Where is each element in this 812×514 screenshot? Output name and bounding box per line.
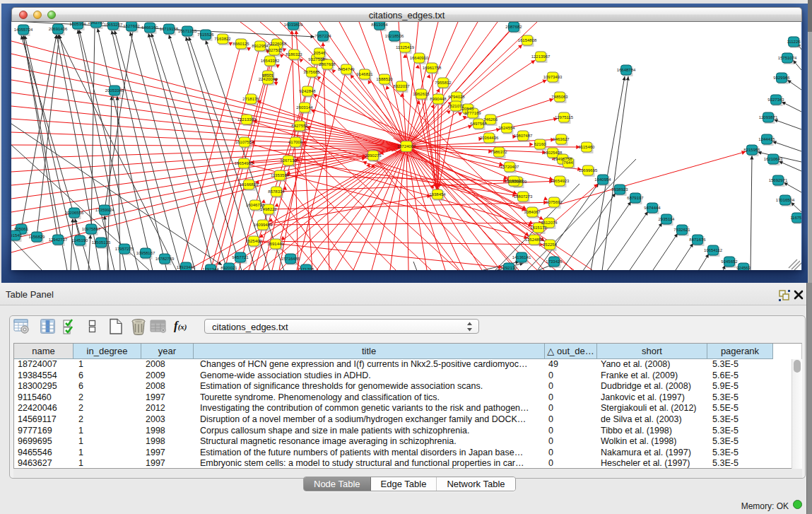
svg-text:391543: 391543 <box>11 233 23 238</box>
svg-text:22420046: 22420046 <box>259 77 278 81</box>
svg-text:1612074: 1612074 <box>541 221 558 225</box>
svg-text:11325419: 11325419 <box>396 45 415 49</box>
svg-text:8427552: 8427552 <box>291 124 308 128</box>
svg-text:8471676: 8471676 <box>689 238 706 242</box>
svg-text:10025438: 10025438 <box>543 151 563 155</box>
svg-text:7957224: 7957224 <box>314 34 331 38</box>
svg-text:16046728: 16046728 <box>246 203 265 207</box>
svg-text:1640954: 1640954 <box>594 177 611 182</box>
svg-text:2935114: 2935114 <box>659 217 676 221</box>
svg-text:8215955: 8215955 <box>743 148 760 152</box>
svg-text:19654985: 19654985 <box>235 161 254 165</box>
svg-text:12093871: 12093871 <box>759 115 778 119</box>
svg-text:2867608: 2867608 <box>319 62 336 66</box>
svg-text:16033809: 16033809 <box>284 23 303 27</box>
svg-text:20206556: 20206556 <box>65 211 84 215</box>
svg-text:8920021: 8920021 <box>220 266 237 270</box>
svg-text:1362615: 1362615 <box>413 92 430 96</box>
svg-text:7515526: 7515526 <box>197 33 214 37</box>
svg-text:5938923: 5938923 <box>611 187 628 192</box>
svg-text:7632621: 7632621 <box>673 228 690 232</box>
svg-text:1156829: 1156829 <box>29 235 46 239</box>
svg-text:1615172: 1615172 <box>530 226 547 230</box>
svg-text:1733426: 1733426 <box>546 259 563 264</box>
svg-text:20053346: 20053346 <box>105 88 124 93</box>
svg-text:3267130: 3267130 <box>280 158 297 163</box>
svg-text:2603144: 2603144 <box>296 105 313 110</box>
svg-text:7485063: 7485063 <box>551 95 568 99</box>
svg-text:19218506: 19218506 <box>385 34 404 38</box>
svg-text:1938454: 1938454 <box>429 192 446 197</box>
svg-text:10653257: 10653257 <box>104 23 123 27</box>
svg-text:10958167: 10958167 <box>136 251 155 255</box>
svg-text:15716485: 15716485 <box>281 257 300 261</box>
svg-text:10688639: 10688639 <box>505 179 524 183</box>
svg-text:16543382: 16543382 <box>261 59 280 63</box>
svg-text:15720407: 15720407 <box>500 165 519 169</box>
svg-text:8660125: 8660125 <box>233 42 249 46</box>
svg-text:1498222: 1498222 <box>260 207 277 211</box>
svg-text:8578334: 8578334 <box>268 189 285 194</box>
svg-text:746266: 746266 <box>483 117 498 122</box>
svg-text:7955812: 7955812 <box>435 81 452 85</box>
svg-text:1605394: 1605394 <box>69 22 86 26</box>
svg-text:12923446: 12923446 <box>177 265 196 269</box>
svg-text:9242848: 9242848 <box>299 89 316 93</box>
svg-text:1588520: 1588520 <box>376 77 393 81</box>
svg-text:20691406: 20691406 <box>49 27 68 31</box>
svg-text:10807487: 10807487 <box>514 134 533 138</box>
svg-text:16640910: 16640910 <box>410 56 429 60</box>
svg-text:6497568: 6497568 <box>470 122 487 126</box>
svg-text:6466160: 6466160 <box>141 25 158 30</box>
svg-text:18724007: 18724007 <box>397 144 416 148</box>
svg-text:20546: 20546 <box>314 51 326 55</box>
svg-text:2087682: 2087682 <box>505 25 522 29</box>
svg-text:2718176: 2718176 <box>242 97 259 101</box>
svg-text:10973493: 10973493 <box>543 75 563 79</box>
svg-text:12975115: 12975115 <box>555 115 574 119</box>
svg-text:7986372: 7986372 <box>490 150 507 154</box>
svg-text:18807273: 18807273 <box>514 194 533 199</box>
svg-text:19654923: 19654923 <box>551 179 570 183</box>
svg-text:10699695: 10699695 <box>579 168 598 173</box>
svg-text:1292130: 1292130 <box>500 266 517 270</box>
svg-text:13524851: 13524851 <box>525 238 544 242</box>
svg-text:15692971: 15692971 <box>769 178 788 182</box>
svg-text:10719155: 10719155 <box>160 27 179 31</box>
svg-text:3624554: 3624554 <box>498 126 515 130</box>
svg-text:16782759: 16782759 <box>155 257 175 261</box>
svg-text:1527602: 1527602 <box>123 24 140 28</box>
svg-text:16107552: 16107552 <box>235 140 254 144</box>
svg-text:14136141: 14136141 <box>512 255 531 259</box>
svg-text:9327505: 9327505 <box>266 48 283 52</box>
svg-text:12942737: 12942737 <box>49 238 68 242</box>
svg-text:2390275: 2390275 <box>365 153 382 158</box>
svg-text:9115460: 9115460 <box>579 145 596 149</box>
svg-text:9463627: 9463627 <box>553 137 570 141</box>
svg-text:62160: 62160 <box>534 142 546 146</box>
svg-text:16099489: 16099489 <box>254 223 273 227</box>
svg-text:9457721: 9457721 <box>232 255 249 259</box>
svg-text:16154808: 16154808 <box>518 38 537 42</box>
svg-text:1691440: 1691440 <box>267 242 284 246</box>
svg-text:111226: 111226 <box>787 40 801 44</box>
svg-text:17016504: 17016504 <box>776 198 795 202</box>
svg-text:9329966: 9329966 <box>773 76 790 80</box>
svg-text:16648784: 16648784 <box>617 68 636 72</box>
svg-text:10975867: 10975867 <box>82 227 101 231</box>
svg-text:7163822: 7163822 <box>214 37 231 41</box>
svg-text:7644: 7644 <box>563 160 573 165</box>
svg-text:1145190: 1145190 <box>72 238 89 243</box>
svg-text:16671355: 16671355 <box>178 29 197 33</box>
svg-text:14055724: 14055724 <box>14 28 33 32</box>
svg-text:252254: 252254 <box>543 243 558 247</box>
svg-text:9327508: 9327508 <box>308 57 325 62</box>
svg-text:13226058: 13226058 <box>268 42 287 46</box>
svg-text:20364436: 20364436 <box>480 136 499 140</box>
svg-text:9227343: 9227343 <box>767 98 784 102</box>
svg-text:116753: 116753 <box>790 216 801 220</box>
svg-text:10654112: 10654112 <box>704 248 723 252</box>
svg-text:15751074: 15751074 <box>778 56 797 60</box>
svg-text:1244415: 1244415 <box>758 137 775 141</box>
svg-text:1292344: 1292344 <box>202 267 219 270</box>
